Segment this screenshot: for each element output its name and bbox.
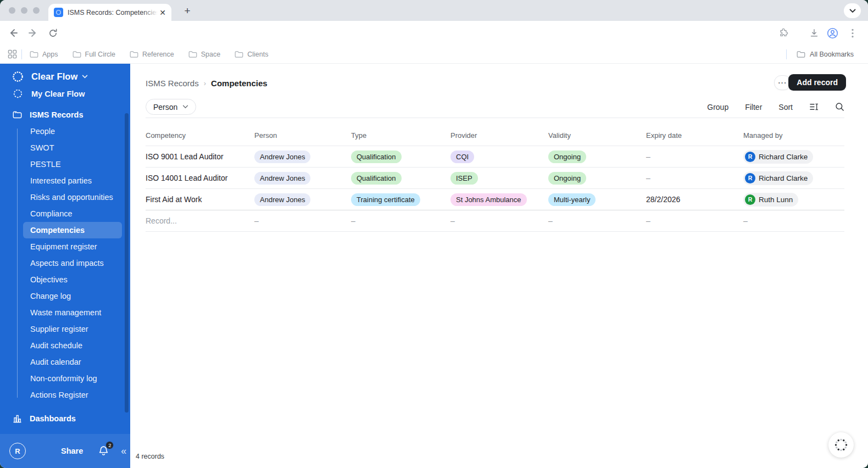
sidebar-item-people[interactable]: People [23, 123, 122, 140]
sidebar-item-dashboards[interactable]: Dashboards [0, 411, 130, 426]
notification-badge: 2 [105, 441, 114, 449]
table-cell[interactable]: RRuth Lunn [743, 193, 844, 207]
sidebar-item-objectives[interactable]: Objectives [23, 271, 122, 288]
sidebar-item-audit-schedule[interactable]: Audit schedule [23, 337, 122, 354]
table-cell[interactable]: Ongoing [548, 172, 646, 185]
column-header-person[interactable]: Person [254, 124, 351, 140]
page-title: Competencies [211, 79, 268, 88]
share-button[interactable]: Share [61, 447, 83, 455]
workspace-switcher[interactable]: Clear Flow [0, 64, 130, 90]
extensions-icon[interactable] [777, 26, 790, 40]
filter-button[interactable]: Filter [745, 103, 762, 112]
sidebar-item-waste-management[interactable]: Waste management [23, 304, 122, 321]
table-cell[interactable]: Andrew Jones [254, 193, 351, 206]
column-header-expiry-date[interactable]: Expiry date [646, 124, 743, 140]
group-by-person-chip[interactable]: Person [146, 99, 196, 115]
table-cell[interactable]: St Johns Ambulance [450, 193, 548, 206]
sidebar-item-non-conformity-log[interactable]: Non-conformity log [23, 370, 122, 387]
window-zoom-button[interactable] [33, 7, 40, 14]
forward-icon[interactable] [26, 26, 40, 40]
table-cell[interactable]: ISEP [450, 172, 548, 185]
window-close-button[interactable] [9, 7, 15, 14]
sidebar-scrollbar[interactable] [125, 113, 129, 413]
table-cell[interactable]: – [743, 216, 844, 226]
table-cell[interactable]: Qualification [351, 151, 450, 163]
table-cell[interactable]: – [646, 173, 743, 183]
table-cell[interactable]: Ongoing [548, 151, 646, 163]
row-height-icon[interactable] [809, 103, 819, 111]
menu-dots-icon[interactable] [846, 26, 859, 40]
table-cell[interactable]: Andrew Jones [254, 151, 351, 163]
all-bookmarks-label[interactable]: All Bookmarks [810, 51, 854, 58]
sidebar-item-compliance[interactable]: Compliance [23, 205, 122, 222]
table-cell[interactable]: – [646, 216, 743, 226]
sidebar-item-supplier-register[interactable]: Supplier register [23, 321, 122, 337]
group-button[interactable]: Group [707, 103, 728, 112]
table-row[interactable]: Record...–––––– [146, 210, 844, 232]
cell-value: ISO 9001 Lead Auditor [146, 152, 224, 161]
table-row[interactable]: ISO 14001 Lead AuditorAndrew JonesQualif… [146, 168, 844, 189]
sidebar-item-audit-calendar[interactable]: Audit calendar [23, 354, 122, 370]
collapse-sidebar-button[interactable]: « [121, 445, 125, 457]
table-cell[interactable]: – [450, 216, 548, 226]
breadcrumb-parent[interactable]: ISMS Records [146, 79, 199, 88]
table-cell[interactable]: ISO 14001 Lead Auditor [146, 173, 254, 183]
table-row[interactable]: First Aid at WorkAndrew JonesTraining ce… [146, 189, 844, 210]
sidebar-item-risks-and-opportunities[interactable]: Risks and opportunities [23, 189, 122, 205]
sidebar-item-aspects-and-impacts[interactable]: Aspects and impacts [23, 255, 122, 271]
bookmark-reference[interactable]: Reference [130, 51, 174, 58]
window-minimize-button[interactable] [21, 7, 27, 14]
table-cell[interactable]: ISO 9001 Lead Auditor [146, 152, 254, 161]
table-cell[interactable]: RRichard Clarke [743, 150, 844, 164]
table-cell[interactable]: Record... [146, 216, 254, 226]
table-row[interactable]: ISO 9001 Lead AuditorAndrew JonesQualifi… [146, 146, 844, 168]
table-cell[interactable]: RRichard Clarke [743, 171, 844, 185]
user-avatar[interactable]: R [9, 443, 26, 459]
sidebar-item-swot[interactable]: SWOT [23, 140, 122, 156]
table-cell[interactable]: – [351, 216, 450, 226]
search-icon[interactable] [835, 102, 844, 112]
chip-qualification: Qualification [351, 172, 402, 185]
back-icon[interactable] [7, 26, 20, 40]
sidebar-item-competencies[interactable]: Competencies [23, 222, 122, 238]
add-record-button[interactable]: Add record [788, 74, 846, 91]
sidebar-item-pestle[interactable]: PESTLE [23, 156, 122, 172]
table-cell[interactable]: – [646, 152, 743, 161]
column-header-competency[interactable]: Competency [146, 124, 254, 140]
table-cell[interactable]: Qualification [351, 172, 450, 185]
bookmark-space[interactable]: Space [188, 51, 220, 58]
table-cell[interactable]: CQI [450, 151, 548, 163]
browser-tab[interactable]: ISMS Records: Competencies ✕ [48, 4, 171, 21]
table-cell[interactable]: First Aid at Work [146, 194, 254, 204]
download-icon[interactable] [808, 26, 821, 40]
table-cell[interactable]: Multi-yearly [548, 193, 646, 206]
table-cell[interactable]: 28/2/2026 [646, 194, 743, 204]
notifications-button[interactable]: 2 [98, 445, 109, 456]
column-header-managed-by[interactable]: Managed by [743, 124, 844, 140]
table-cell[interactable]: Training certificate [351, 193, 450, 206]
tab-close-icon[interactable]: ✕ [159, 8, 166, 17]
chip-andrew-jones: Andrew Jones [254, 172, 310, 185]
column-header-provider[interactable]: Provider [450, 124, 548, 140]
table-cell[interactable]: Andrew Jones [254, 172, 351, 185]
loading-spinner-button[interactable] [828, 432, 854, 458]
table-cell[interactable]: – [548, 216, 646, 226]
reload-icon[interactable] [46, 26, 59, 40]
sidebar-item-equipment-register[interactable]: Equipment register [23, 238, 122, 255]
sidebar-section-isms-records[interactable]: ISMS Records [0, 107, 130, 122]
new-tab-button[interactable]: + [180, 4, 194, 18]
sidebar-item-change-log[interactable]: Change log [23, 288, 122, 304]
profile-icon[interactable] [826, 26, 839, 40]
sort-button[interactable]: Sort [778, 103, 793, 112]
bookmark-clients[interactable]: Clients [235, 51, 268, 58]
column-header-validity[interactable]: Validity [548, 124, 646, 140]
sidebar-item-actions-register[interactable]: Actions Register [23, 387, 122, 403]
table-cell[interactable]: – [254, 216, 351, 226]
sidebar-item-interested-parties[interactable]: Interested parties [23, 172, 122, 189]
column-header-type[interactable]: Type [351, 124, 450, 140]
bookmark-full-circle[interactable]: Full Circle [73, 51, 116, 58]
bookmark-apps[interactable]: Apps [30, 51, 58, 58]
app-sidebar: Clear Flow My Clear Flow ISMS Records Pe… [0, 64, 130, 468]
tab-search-button[interactable] [844, 3, 861, 18]
bookmarks-grid-icon[interactable] [8, 49, 17, 59]
